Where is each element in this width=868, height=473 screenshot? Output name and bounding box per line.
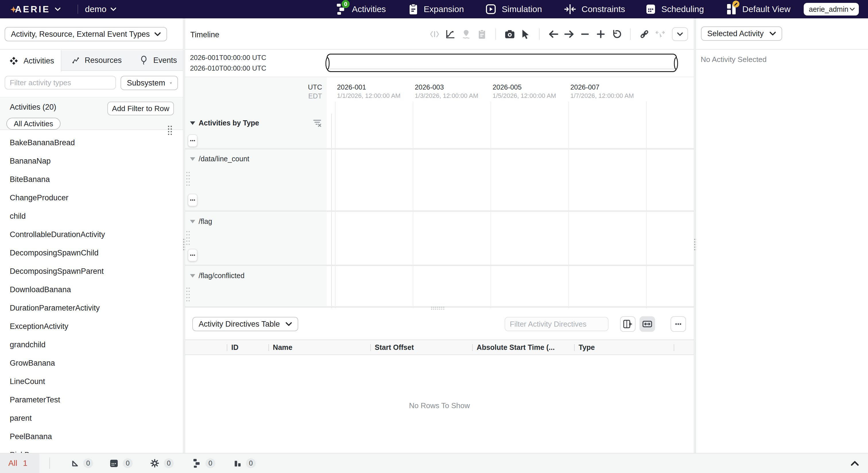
left-resize-gutter[interactable]: [183, 19, 185, 453]
count-badge: 0: [123, 459, 133, 468]
zoom-out-icon[interactable]: [580, 33, 590, 35]
activity-type-item[interactable]: DecomposingSpawnParent: [0, 262, 183, 280]
reset-icon[interactable]: [612, 29, 621, 39]
zoom-in-icon[interactable]: [596, 30, 606, 38]
nav-item-simulation[interactable]: Simulation: [486, 0, 542, 19]
directives-filter-input[interactable]: [505, 317, 609, 331]
status-activities[interactable]: 0: [193, 453, 215, 473]
right-type-selector[interactable]: Selected Activity: [701, 26, 782, 41]
arrow-right-icon[interactable]: [564, 30, 574, 38]
subsystem-selector[interactable]: Subsystem: [121, 76, 178, 90]
status-scheduling[interactable]: 0: [110, 453, 133, 473]
nav-item-activities[interactable]: 0 Activities: [336, 0, 386, 19]
activity-type-item[interactable]: ChangeProducer: [0, 189, 183, 207]
timeline-brush[interactable]: [327, 54, 677, 72]
activity-type-item[interactable]: grandchild: [0, 336, 183, 354]
table-column-header[interactable]: Type: [574, 340, 674, 354]
row-menu-button[interactable]: [188, 134, 197, 147]
table-type-selector[interactable]: Activity Directives Table: [192, 317, 298, 331]
row-title[interactable]: /flag/conflicted: [198, 272, 245, 280]
row-title[interactable]: /flag: [198, 217, 212, 226]
link-icon[interactable]: [640, 29, 649, 39]
plan-selector[interactable]: demo: [85, 0, 116, 19]
all-activities-chip[interactable]: All Activities: [6, 118, 61, 130]
row-separator[interactable]: [185, 210, 694, 212]
activity-type-item[interactable]: LineCount: [0, 372, 183, 390]
row-drag-handle-icon[interactable]: [186, 171, 190, 186]
activity-type-item[interactable]: ExceptionActivity: [0, 317, 183, 336]
activity-type-item[interactable]: child: [0, 207, 183, 225]
pin-icon[interactable]: [461, 30, 471, 39]
code-editor-icon[interactable]: [430, 30, 439, 38]
fit-columns-icon-button[interactable]: [640, 316, 655, 332]
nav-item-scheduling[interactable]: Scheduling: [646, 0, 704, 19]
horizontal-drag-handle-icon[interactable]: [431, 307, 445, 310]
table-column-header[interactable]: Name: [268, 340, 370, 354]
left-type-selector[interactable]: Activity, Resource, External Event Types: [5, 27, 167, 41]
table-column-header[interactable]: Start Offset: [370, 340, 472, 354]
tab-activities[interactable]: Activities: [0, 50, 61, 71]
status-constraints[interactable]: 0: [71, 453, 93, 473]
nav-item-constraints[interactable]: Constraints: [564, 0, 625, 19]
activity-type-item[interactable]: BiteBanana: [0, 170, 183, 189]
activities-badge: 0: [342, 0, 350, 8]
collapse-triangle-icon[interactable]: [190, 220, 195, 223]
row-drag-handle-icon[interactable]: [186, 287, 190, 302]
row-separator[interactable]: [185, 148, 694, 150]
activity-type-item[interactable]: BananaNap: [0, 152, 183, 170]
tab-resources[interactable]: Resources: [61, 50, 122, 70]
filter-remove-icon[interactable]: [313, 119, 321, 127]
nav-item-default-view[interactable]: Default View: [726, 0, 790, 19]
camera-icon[interactable]: [505, 30, 515, 39]
right-resize-gutter[interactable]: [694, 19, 696, 453]
brush-handle-left[interactable]: [325, 57, 330, 70]
table-column-header[interactable]: Absolute Start Time (...: [472, 340, 574, 354]
activity-type-item[interactable]: BakeBananaBread: [0, 133, 183, 152]
activity-type-item[interactable]: GrowBanana: [0, 354, 183, 372]
row-menu-button[interactable]: [188, 249, 197, 261]
nav-item-expansion[interactable]: Expansion: [409, 0, 464, 19]
clipboard-icon[interactable]: [477, 29, 487, 39]
collapse-triangle-icon[interactable]: [190, 157, 195, 161]
left-type-selector-label: Activity, Resource, External Event Types: [11, 30, 150, 39]
status-analysis[interactable]: 0: [234, 453, 256, 473]
collapse-triangle-icon[interactable]: [190, 121, 195, 125]
status-all-segment[interactable]: All 1: [0, 453, 39, 473]
activity-type-item[interactable]: DecomposingSpawnChild: [0, 244, 183, 262]
activity-type-item[interactable]: parent: [0, 409, 183, 428]
chevron-down-icon: [286, 322, 292, 326]
brush-handle-right[interactable]: [673, 57, 679, 70]
gridline: [491, 102, 491, 308]
unlink-cursor-icon[interactable]: [655, 30, 665, 39]
activity-type-filter-input[interactable]: [5, 76, 116, 90]
row-menu-button[interactable]: [188, 194, 197, 207]
line-chart-icon[interactable]: [445, 29, 455, 39]
nav-label: Simulation: [502, 4, 542, 14]
status-simulation[interactable]: 0: [150, 453, 174, 473]
row-separator[interactable]: [185, 264, 694, 266]
table-column-header[interactable]: ID: [227, 340, 268, 354]
activity-type-item[interactable]: PickBanana: [0, 446, 183, 453]
expand-console-button[interactable]: [850, 460, 859, 467]
activity-type-item[interactable]: PeelBanana: [0, 428, 183, 446]
tab-events[interactable]: Events: [122, 50, 183, 70]
activity-type-item[interactable]: DownloadBanana: [0, 280, 183, 299]
edited-badge-icon: [733, 1, 739, 7]
activity-type-item[interactable]: DurationParameterActivity: [0, 299, 183, 317]
cursor-icon[interactable]: [521, 29, 530, 39]
row-drag-handle-icon[interactable]: [186, 230, 190, 245]
add-filter-to-row-button[interactable]: Add Filter to Row: [107, 102, 174, 115]
activity-type-item[interactable]: ControllableDurationActivity: [0, 225, 183, 244]
row-title[interactable]: Activities by Type: [198, 119, 259, 127]
activity-type-item[interactable]: ParameterTest: [0, 390, 183, 409]
row-label-area: Activities by Type: [185, 114, 327, 148]
table-menu-button[interactable]: [671, 316, 686, 332]
triangle-icon: [71, 459, 79, 467]
arrow-left-icon[interactable]: [549, 30, 558, 38]
aerie-logo[interactable]: AERIE: [8, 0, 61, 19]
user-menu[interactable]: aerie_admin: [804, 3, 859, 15]
open-panel-icon-button[interactable]: [620, 316, 636, 332]
collapse-triangle-icon[interactable]: [190, 274, 195, 278]
timeline-options-button[interactable]: [672, 27, 688, 41]
row-title[interactable]: /data/line_count: [198, 155, 249, 163]
